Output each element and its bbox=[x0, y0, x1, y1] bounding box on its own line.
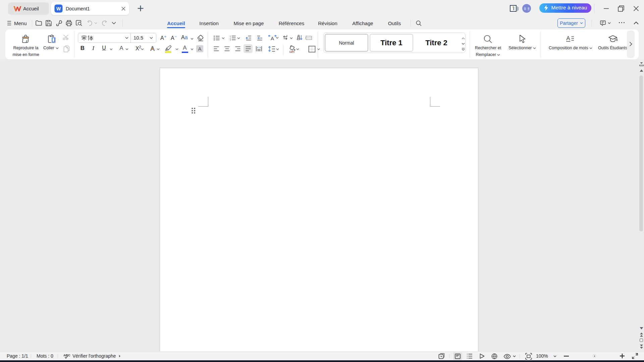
svg-text:ABC: ABC bbox=[63, 353, 70, 357]
svg-text:3: 3 bbox=[230, 39, 231, 41]
svg-text:A: A bbox=[271, 36, 274, 41]
svg-text:A: A bbox=[566, 35, 570, 42]
svg-text:W: W bbox=[56, 6, 61, 11]
